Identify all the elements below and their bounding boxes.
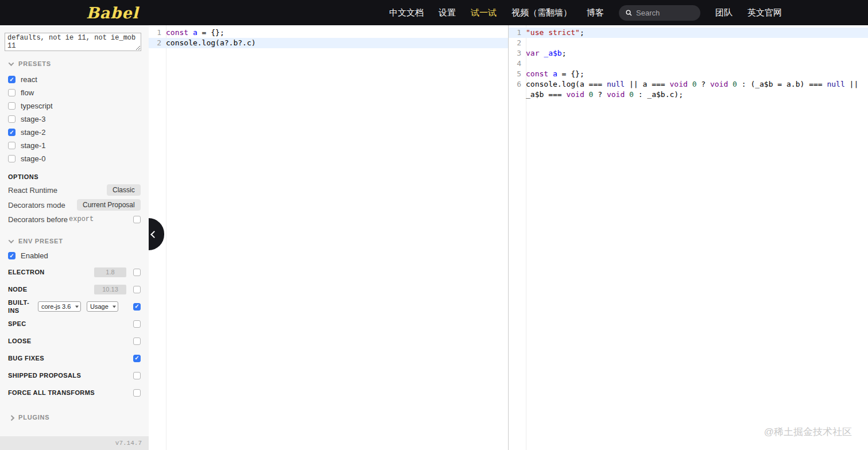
nav-item-setup[interactable]: 设置 xyxy=(439,7,456,18)
line-number: 4 xyxy=(509,59,526,69)
nav-item-team[interactable]: 团队 xyxy=(715,7,733,18)
code-text[interactable]: const a = {}; xyxy=(526,69,868,79)
nav-item-docs[interactable]: 中文文档 xyxy=(389,7,424,18)
preset-item-stage-2[interactable]: stage-2 xyxy=(0,126,149,139)
babel-logo[interactable]: Babel xyxy=(86,4,139,22)
preset-react-checkbox[interactable] xyxy=(8,76,16,83)
code-line[interactable]: 1const a = {}; xyxy=(149,28,508,38)
shipped-proposals-checkbox[interactable] xyxy=(133,372,141,379)
bug-fixes-row: BUG FIXES xyxy=(0,350,149,367)
spec-label: SPEC xyxy=(8,320,133,327)
node-version-input[interactable] xyxy=(94,285,126,294)
shipped-proposals-label: SHIPPED PROPOSALS xyxy=(8,372,133,379)
env-enabled-checkbox[interactable] xyxy=(8,252,16,259)
preset-item-react[interactable]: react xyxy=(0,73,149,86)
preset-label: stage-3 xyxy=(21,115,45,123)
react-runtime-row: React Runtime Classic xyxy=(0,183,149,197)
decorators-before-label: Decorators before xyxy=(8,215,68,224)
preset-typescript-checkbox[interactable] xyxy=(8,102,16,110)
code-text[interactable]: "use strict"; xyxy=(526,28,868,38)
spec-checkbox[interactable] xyxy=(133,320,141,328)
preset-item-typescript[interactable]: typescript xyxy=(0,99,149,113)
env-enabled-row[interactable]: Enabled xyxy=(0,248,149,263)
code-text[interactable]: console.log(a?.b?.c) xyxy=(166,38,508,48)
chevron-down-icon xyxy=(9,60,14,66)
react-runtime-select[interactable]: Classic xyxy=(107,184,141,196)
corejs-version-select[interactable]: core-js 3.6 xyxy=(38,301,81,312)
decorators-before-export-row: Decorators before export xyxy=(0,212,149,226)
nav-item-english-site[interactable]: 英文官网 xyxy=(747,7,782,18)
version-bar: v7.14.7 xyxy=(0,436,149,450)
env-preset-section-header[interactable]: ENV PRESET xyxy=(0,226,149,248)
code-line[interactable]: 1"use strict"; xyxy=(509,28,868,38)
preset-stage0-checkbox[interactable] xyxy=(8,155,16,162)
presets-section-header[interactable]: PRESETS xyxy=(0,51,149,71)
version-label: v7.14.7 xyxy=(115,440,142,447)
main-nav: 中文文档 设置 试一试 视频（需翻墙） 博客 团队 英文官网 xyxy=(389,5,782,21)
source-editor[interactable]: 1const a = {};2console.log(a?.b?.c) xyxy=(149,25,509,450)
electron-version-input[interactable] xyxy=(94,267,126,277)
preset-stage3-checkbox[interactable] xyxy=(8,115,16,123)
code-text[interactable] xyxy=(526,38,868,48)
node-label: NODE xyxy=(8,286,94,293)
node-checkbox[interactable] xyxy=(133,286,141,293)
search-input[interactable] xyxy=(636,9,693,17)
nav-item-repl[interactable]: 试一试 xyxy=(471,7,497,18)
code-line[interactable]: 2 xyxy=(509,38,868,48)
output-editor[interactable]: 1"use strict";23var _a$b;45const a = {};… xyxy=(509,25,868,450)
electron-checkbox[interactable] xyxy=(133,269,141,276)
presets-section-title: PRESETS xyxy=(18,60,51,67)
decorators-before-checkbox[interactable] xyxy=(133,216,141,223)
preset-label: react xyxy=(21,75,37,84)
corejs-version-select-wrap: core-js 3.6 xyxy=(38,301,81,312)
builtins-label: BUILT-INS xyxy=(8,298,38,315)
line-number: 1 xyxy=(509,28,526,38)
code-text[interactable]: var _a$b; xyxy=(526,48,868,59)
browserslist-input[interactable]: defaults, not ie 11, not ie_mob 11 xyxy=(5,33,141,51)
decorators-mode-select[interactable]: Current Proposal xyxy=(77,199,141,211)
code-text[interactable] xyxy=(526,59,868,69)
code-line[interactable]: 3var _a$b; xyxy=(509,48,868,59)
builtins-checkbox[interactable] xyxy=(133,303,141,311)
preset-label: stage-2 xyxy=(21,128,45,137)
preset-item-stage-0[interactable]: stage-0 xyxy=(0,152,149,165)
chevron-right-icon xyxy=(9,415,14,421)
main-area: defaults, not ie 11, not ie_mob 11 PRESE… xyxy=(0,25,868,450)
code-line[interactable]: 6console.log(a === null || a === void 0 … xyxy=(509,79,868,100)
code-line[interactable]: 4 xyxy=(509,59,868,69)
output-editor-lines: 1"use strict";23var _a$b;45const a = {};… xyxy=(509,28,868,100)
preset-stage1-checkbox[interactable] xyxy=(8,142,16,149)
loose-checkbox[interactable] xyxy=(133,338,141,345)
preset-flow-checkbox[interactable] xyxy=(8,89,16,96)
plugins-section-title: PLUGINS xyxy=(18,414,50,421)
nav-item-blog[interactable]: 博客 xyxy=(587,7,604,18)
plugins-section-header[interactable]: PLUGINS xyxy=(0,401,149,426)
chevron-down-icon xyxy=(9,238,14,243)
search-box[interactable] xyxy=(619,5,700,21)
force-all-transforms-checkbox[interactable] xyxy=(133,389,141,397)
shipped-proposals-row: SHIPPED PROPOSALS xyxy=(0,367,149,384)
bug-fixes-checkbox[interactable] xyxy=(133,355,141,362)
line-number: 2 xyxy=(509,38,526,48)
node-row: NODE xyxy=(0,281,149,298)
line-number: 5 xyxy=(509,69,526,79)
code-line[interactable]: 2console.log(a?.b?.c) xyxy=(149,38,508,48)
line-number: 6 xyxy=(509,79,526,90)
preset-label: typescript xyxy=(21,102,53,110)
preset-item-stage-3[interactable]: stage-3 xyxy=(0,113,149,126)
chevron-left-icon xyxy=(150,231,158,238)
loose-row: LOOSE xyxy=(0,332,149,350)
preset-item-stage-1[interactable]: stage-1 xyxy=(0,139,149,152)
builtins-usage-select[interactable]: Usage xyxy=(87,301,118,312)
force-all-transforms-row: FORCE ALL TRANSFORMS xyxy=(0,384,149,401)
builtins-row: BUILT-INS core-js 3.6 Usage xyxy=(0,298,149,315)
nav-item-videos[interactable]: 视频（需翻墙） xyxy=(512,7,572,18)
preset-stage2-checkbox[interactable] xyxy=(8,129,16,136)
bug-fixes-label: BUG FIXES xyxy=(8,355,133,362)
code-text[interactable]: console.log(a === null || a === void 0 ?… xyxy=(526,79,868,100)
code-text[interactable]: const a = {}; xyxy=(166,28,508,38)
code-line[interactable]: 5const a = {}; xyxy=(509,69,868,79)
spec-row: SPEC xyxy=(0,315,149,332)
preset-item-flow[interactable]: flow xyxy=(0,86,149,99)
electron-label: ELECTRON xyxy=(8,269,94,276)
